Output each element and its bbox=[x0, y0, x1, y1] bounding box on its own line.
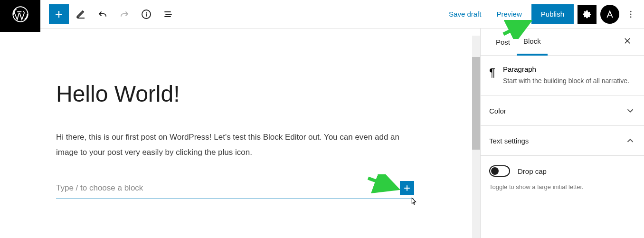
top-toolbar: Save draft Preview Publish bbox=[0, 0, 644, 29]
info-button[interactable] bbox=[136, 4, 156, 24]
editor-content: Hello World! Hi there, this is our first… bbox=[0, 29, 470, 199]
sidebar-tabs: Post Block bbox=[481, 29, 644, 56]
svg-point-2 bbox=[630, 10, 632, 12]
toolbar-right-group: Save draft Preview Publish bbox=[443, 4, 644, 24]
toggle-handle bbox=[491, 167, 499, 175]
block-type-panel: ¶ Paragraph Start with the building bloc… bbox=[481, 56, 644, 96]
close-sidebar-button[interactable] bbox=[619, 32, 635, 52]
editor-canvas: Hello World! Hi there, this is our first… bbox=[0, 29, 480, 238]
text-settings-body: Drop cap Toggle to show a large initial … bbox=[481, 156, 644, 200]
tab-post[interactable]: Post bbox=[489, 29, 517, 55]
tab-block[interactable]: Block bbox=[517, 29, 548, 56]
block-type-input[interactable] bbox=[56, 180, 400, 197]
svg-point-4 bbox=[630, 16, 632, 18]
drop-cap-help: Toggle to show a large initial letter. bbox=[489, 183, 635, 190]
preview-button[interactable]: Preview bbox=[491, 6, 527, 22]
block-type-description: Start with the building block of all nar… bbox=[503, 76, 629, 86]
plus-icon bbox=[53, 9, 65, 20]
more-options-button[interactable] bbox=[623, 5, 638, 24]
close-icon bbox=[623, 37, 632, 45]
plus-icon bbox=[402, 183, 412, 193]
add-block-inline-button[interactable] bbox=[400, 181, 414, 195]
settings-sidebar: Post Block ¶ Paragraph Start with the bu… bbox=[480, 29, 644, 238]
new-block-input-row bbox=[56, 180, 414, 199]
outline-button[interactable] bbox=[158, 4, 178, 24]
save-draft-button[interactable]: Save draft bbox=[443, 6, 487, 22]
post-title[interactable]: Hello World! bbox=[56, 81, 414, 107]
publish-button[interactable]: Publish bbox=[531, 4, 574, 24]
dots-vertical-icon bbox=[626, 10, 635, 19]
wordpress-icon bbox=[12, 6, 29, 23]
wordpress-logo[interactable] bbox=[0, 0, 40, 32]
cursor-pointer-icon bbox=[408, 197, 419, 207]
color-section[interactable]: Color bbox=[481, 96, 644, 126]
settings-button[interactable] bbox=[578, 5, 597, 24]
a-logo-icon bbox=[605, 9, 615, 19]
scrollbar-thumb[interactable] bbox=[472, 57, 480, 150]
block-type-name: Paragraph bbox=[503, 65, 629, 73]
paragraph-icon: ¶ bbox=[489, 65, 495, 86]
list-icon bbox=[162, 9, 174, 20]
drop-cap-label: Drop cap bbox=[518, 167, 547, 175]
text-settings-section-header[interactable]: Text settings bbox=[481, 126, 644, 156]
text-settings-title: Text settings bbox=[489, 137, 529, 145]
main-area: Hello World! Hi there, this is our first… bbox=[0, 29, 644, 238]
undo-icon bbox=[97, 9, 108, 20]
undo-button[interactable] bbox=[93, 4, 113, 24]
redo-button bbox=[114, 4, 134, 24]
info-icon bbox=[141, 9, 152, 20]
chevron-up-icon bbox=[625, 135, 635, 146]
site-logo-button[interactable] bbox=[600, 5, 619, 24]
add-block-button[interactable] bbox=[49, 4, 69, 24]
redo-icon bbox=[119, 9, 130, 20]
edit-button[interactable] bbox=[71, 4, 91, 24]
drop-cap-toggle[interactable] bbox=[489, 165, 510, 177]
svg-point-3 bbox=[630, 13, 632, 15]
toolbar-left-group bbox=[40, 4, 178, 24]
paragraph-block[interactable]: Hi there, this is our first post on Word… bbox=[56, 130, 414, 161]
gear-icon bbox=[582, 9, 592, 19]
chevron-down-icon bbox=[625, 105, 635, 116]
pencil-icon bbox=[75, 9, 86, 20]
color-section-title: Color bbox=[489, 107, 506, 115]
